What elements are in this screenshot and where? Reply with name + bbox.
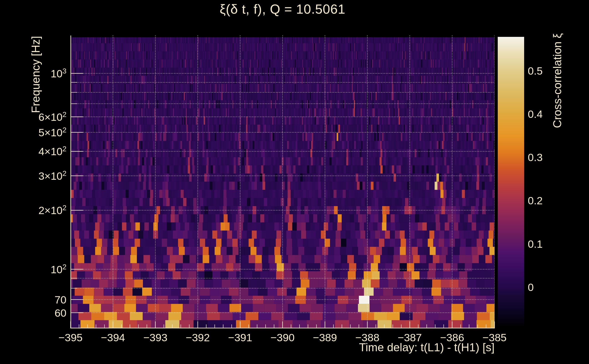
colorbar-tick-label: 0.5	[528, 64, 543, 77]
x-tick-label: −395	[59, 331, 83, 344]
x-tick-label: −387	[398, 331, 422, 344]
colorbar-tick-label: 0	[528, 281, 534, 293]
x-tick-label: −386	[440, 331, 464, 344]
colorbar-tick-label: 0.2	[528, 194, 543, 207]
y-tick-label: 2×102	[26, 204, 66, 217]
y-tick-label: 103	[26, 67, 66, 80]
y-tick-label: 3×102	[26, 169, 66, 182]
colorbar-tick-label: 0.4	[528, 108, 543, 120]
colorbar	[498, 37, 524, 326]
y-tick-label: 102	[26, 263, 66, 276]
x-tick-label: −391	[228, 331, 252, 344]
y-tick-label: 60	[26, 306, 66, 319]
colorbar-tick-label: 0.1	[528, 238, 543, 250]
x-tick-label: −385	[483, 331, 507, 344]
x-tick-label: −392	[186, 331, 210, 344]
y-tick-label: 4×102	[26, 145, 66, 158]
y-tick-label: 5×102	[26, 126, 66, 139]
colorbar-tick-label: 0.3	[528, 151, 543, 163]
chart-title: ξ(δ t, f), Q = 10.5061	[71, 1, 495, 17]
x-tick-label: −394	[101, 331, 125, 344]
x-tick-label: −388	[355, 331, 380, 344]
x-tick-label: −390	[271, 331, 295, 344]
y-tick-label: 6×102	[26, 110, 66, 123]
colorbar-title: Cross-correlation ξ	[551, 33, 564, 128]
y-tick-label: 70	[26, 293, 66, 306]
x-tick-label: −393	[143, 331, 168, 344]
x-tick-label: −389	[313, 331, 337, 344]
figure: ξ(δ t, f), Q = 10.5061 Time delay: t(L1)…	[0, 0, 589, 364]
